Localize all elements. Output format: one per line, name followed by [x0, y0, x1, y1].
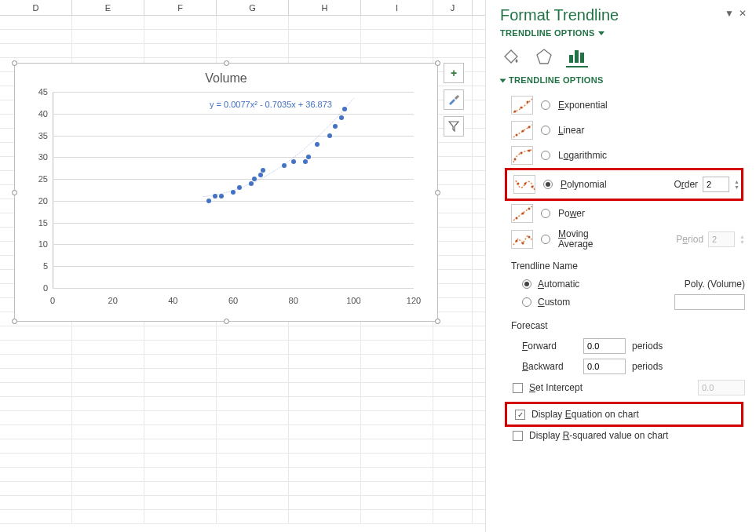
svg-point-16 [522, 213, 524, 215]
label-set-intercept: Set Intercept [529, 382, 583, 393]
bar-chart-icon [568, 47, 586, 64]
chart-add-element-button[interactable]: + [444, 63, 464, 83]
col-header[interactable]: H [289, 0, 361, 15]
svg-point-19 [522, 242, 524, 245]
panel-title: Format Trendline [500, 6, 745, 24]
svg-point-6 [516, 134, 518, 137]
effects-tab[interactable] [533, 46, 555, 67]
forecast-header: Forecast [511, 320, 745, 331]
resize-handle[interactable] [224, 60, 229, 66]
option-linear[interactable]: Linear [500, 118, 745, 143]
radio-moving-average[interactable] [541, 235, 550, 244]
chevron-down-icon [598, 31, 604, 35]
col-header[interactable]: J [433, 0, 473, 15]
custom-name-input[interactable] [674, 294, 745, 310]
svg-rect-1 [575, 50, 579, 63]
radio-polynomial[interactable] [543, 180, 553, 189]
order-stepper[interactable]: ▲▼ [734, 179, 740, 190]
trendline-options-tab[interactable] [566, 46, 588, 67]
radio-linear[interactable] [541, 126, 550, 135]
section-trendline-options[interactable]: TRENDLINE OPTIONS [500, 75, 745, 85]
radio-name-automatic[interactable] [522, 279, 531, 289]
backward-input[interactable] [583, 359, 626, 374]
svg-point-14 [531, 186, 534, 188]
svg-point-17 [528, 208, 531, 210]
moving-avg-thumb-icon [511, 230, 533, 249]
resize-handle[interactable] [224, 319, 229, 324]
chart-style-button[interactable] [444, 89, 464, 110]
forecast-forward-row: Forward periods [500, 336, 745, 356]
chart-floating-tools: + [444, 63, 464, 143]
resize-handle[interactable] [435, 319, 440, 324]
forecast-backward-row: Backward periods [500, 356, 745, 377]
column-headers: D E F G H I J [0, 0, 485, 16]
checkbox-display-r2[interactable] [513, 431, 523, 441]
display-equation-row[interactable]: ✓ Display Equation on chart [509, 406, 740, 423]
option-moving-average[interactable]: MovingAverage Period ▲▼ [500, 226, 745, 253]
paintbrush-icon [447, 93, 460, 106]
panel-scope-dropdown[interactable]: TRENDLINE OPTIONS [500, 28, 604, 38]
power-thumb-icon [511, 204, 533, 223]
option-exponential[interactable]: Exponential [500, 93, 745, 118]
panel-dropdown-arrow-icon[interactable]: ▼ [725, 8, 734, 19]
funnel-icon [448, 121, 459, 132]
name-custom-row[interactable]: Custom [500, 292, 745, 312]
period-stepper: ▲▼ [740, 234, 745, 245]
embedded-chart[interactable]: Volume y = 0.0077x² - 0.7035x + 36.873 0… [14, 63, 438, 322]
resize-handle[interactable] [435, 190, 440, 195]
resize-handle[interactable] [12, 319, 17, 324]
label-display-r2: Display R-squared value on chart [529, 430, 668, 441]
checkbox-display-equation[interactable]: ✓ [515, 410, 525, 420]
col-header[interactable]: D [0, 0, 72, 15]
section-label: TRENDLINE OPTIONS [509, 75, 604, 85]
label-name-custom: Custom [538, 297, 570, 308]
radio-name-custom[interactable] [522, 297, 531, 307]
set-intercept-row[interactable]: Set Intercept [500, 377, 745, 399]
resize-handle[interactable] [435, 60, 440, 66]
col-header[interactable]: E [72, 0, 144, 15]
svg-point-9 [514, 159, 517, 161]
resize-handle[interactable] [12, 60, 17, 66]
col-header[interactable]: I [361, 0, 433, 15]
logarithmic-thumb-icon [511, 146, 533, 165]
label-name-automatic: Automatic [538, 279, 579, 290]
unit-backward: periods [632, 361, 663, 372]
label-polynomial: Polynomial [561, 179, 607, 190]
name-automatic-row[interactable]: Automatic Poly. (Volume) [500, 276, 745, 292]
option-polynomial[interactable]: Polynomial Order ▲▼ [509, 172, 740, 197]
radio-power[interactable] [541, 209, 550, 218]
svg-point-15 [516, 217, 518, 220]
svg-rect-0 [569, 55, 573, 63]
svg-point-3 [514, 111, 517, 113]
radio-logarithmic[interactable] [541, 151, 550, 160]
svg-point-11 [528, 150, 531, 152]
checkbox-set-intercept[interactable] [513, 383, 523, 393]
period-label: Period [676, 234, 703, 245]
trendline-name-header: Trendline Name [511, 261, 745, 271]
format-trendline-panel: ▼ ✕ Format Trendline TRENDLINE OPTIONS [485, 0, 756, 532]
chart-plot-area[interactable]: y = 0.0077x² - 0.7035x + 36.873 05101520… [53, 92, 414, 288]
label-exponential: Exponential [558, 100, 608, 111]
chart-filter-button[interactable] [444, 116, 464, 137]
fill-line-tab[interactable] [500, 46, 522, 67]
expand-icon [500, 79, 506, 83]
svg-point-5 [527, 101, 529, 104]
period-input [708, 231, 735, 247]
col-header[interactable]: F [144, 0, 217, 15]
option-logarithmic[interactable]: Logarithmic [500, 143, 745, 168]
close-button[interactable]: ✕ [739, 8, 747, 19]
option-power[interactable]: Power [500, 201, 745, 226]
svg-point-4 [520, 107, 523, 109]
exponential-thumb-icon [511, 96, 533, 115]
display-r2-row[interactable]: Display R-squared value on chart [500, 427, 745, 444]
panel-scope-label: TRENDLINE OPTIONS [500, 28, 595, 38]
chart-title[interactable]: Volume [15, 64, 437, 89]
label-moving-average: MovingAverage [558, 229, 593, 250]
forward-input[interactable] [583, 338, 626, 354]
resize-handle[interactable] [12, 190, 17, 195]
col-header[interactable]: G [217, 0, 289, 15]
svg-point-10 [520, 152, 523, 155]
radio-exponential[interactable] [541, 100, 550, 110]
order-input[interactable] [703, 177, 729, 192]
order-label: Order [674, 179, 698, 190]
